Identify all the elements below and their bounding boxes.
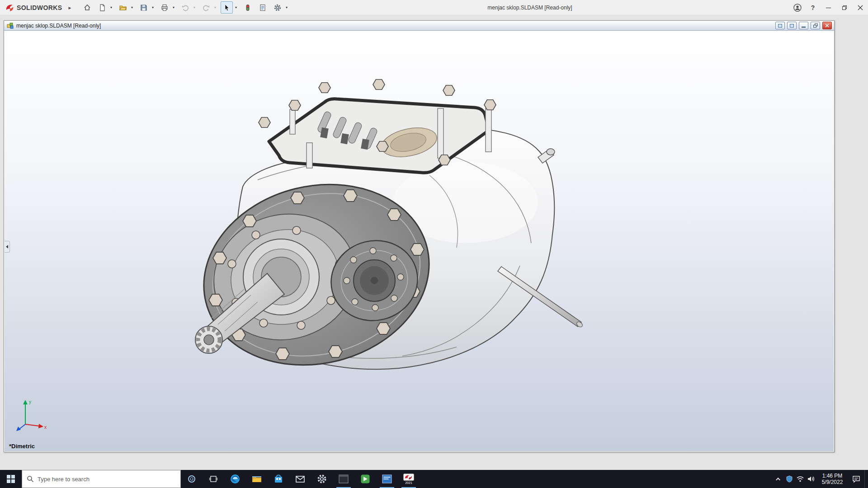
tray-security[interactable]	[784, 470, 795, 488]
show-desktop-button[interactable]	[864, 470, 868, 488]
taskbar-clock[interactable]: 1:46 PM 5/9/2022	[816, 470, 848, 488]
tray-expand-button[interactable]	[773, 470, 784, 488]
help-icon: ?	[811, 4, 815, 11]
doc-window-button-1[interactable]	[775, 22, 785, 29]
taskbar-item-file-explorer[interactable]	[246, 470, 268, 488]
undo-button[interactable]	[179, 1, 191, 14]
doc-close-button[interactable]	[822, 22, 832, 29]
new-document-dropdown[interactable]: ▾	[108, 5, 114, 9]
doc-window-button-2[interactable]	[787, 22, 797, 29]
taskbar: 2021	[0, 470, 868, 488]
home-button[interactable]	[81, 1, 93, 14]
document-titlebar[interactable]: menjac sklop.SLDASM [Read-only]	[4, 21, 834, 31]
redo-dropdown[interactable]: ▾	[212, 5, 218, 9]
new-document-button[interactable]	[96, 1, 108, 14]
close-icon	[858, 5, 863, 10]
minimize-icon	[802, 27, 806, 28]
options-button[interactable]	[271, 1, 283, 14]
window-icon	[790, 24, 794, 28]
taskbar-item-mail[interactable]	[289, 470, 311, 488]
solidworks-version-badge: 2021	[405, 481, 412, 484]
file-properties-icon	[259, 4, 267, 12]
search-icon	[27, 475, 34, 483]
tray-volume[interactable]	[806, 470, 816, 488]
redo-button[interactable]	[200, 1, 212, 14]
select-cursor-icon	[223, 4, 231, 12]
taskbar-item-store[interactable]	[268, 470, 289, 488]
view-orientation-label: *Dimetric	[9, 443, 35, 450]
cortana-icon	[187, 474, 196, 483]
app-restore-button[interactable]	[836, 0, 852, 15]
print-button[interactable]	[158, 1, 170, 14]
solidworks-brand: SOLIDWORKS	[0, 3, 62, 13]
app-titlebar: SOLIDWORKS ▸ ▾	[0, 0, 868, 15]
select-tool-dropdown[interactable]: ▾	[233, 5, 239, 9]
redo-icon	[202, 4, 210, 12]
minimize-icon	[826, 8, 831, 8]
restore-icon	[813, 23, 818, 28]
new-document-icon	[98, 4, 106, 12]
app-minimize-button[interactable]	[821, 0, 836, 15]
file-explorer-icon	[251, 474, 262, 484]
file-properties-button[interactable]	[256, 1, 269, 14]
account-icon	[793, 3, 802, 12]
gearbox-assembly-model	[5, 31, 834, 451]
screen: SOLIDWORKS ▸ ▾	[0, 0, 868, 488]
volume-icon	[807, 475, 815, 483]
home-icon	[83, 4, 91, 12]
panel-collapse-tab[interactable]	[5, 241, 10, 253]
titlebar-right-controls: ?	[790, 0, 868, 15]
rebuild-button[interactable]	[241, 1, 254, 14]
restore-icon	[842, 5, 847, 10]
solidworks-logo-icon	[5, 3, 14, 13]
print-dropdown[interactable]: ▾	[170, 5, 176, 9]
open-dropdown[interactable]: ▾	[129, 5, 135, 9]
taskbar-item-solidworks[interactable]: 2021	[398, 470, 420, 488]
save-button[interactable]	[137, 1, 150, 14]
close-icon	[825, 23, 829, 28]
edge-icon	[230, 474, 241, 484]
taskbar-search-input[interactable]	[38, 476, 169, 483]
triad-y-label: y	[29, 399, 31, 404]
taskbar-item-window[interactable]	[376, 470, 398, 488]
quick-access-toolbar: ▾ ▾ ▾	[81, 1, 289, 14]
doc-restore-button[interactable]	[811, 22, 820, 29]
app-close-button[interactable]	[852, 0, 868, 15]
app-title: menjac sklop.SLDASM [Read-only]	[487, 0, 572, 15]
assembly-document-icon	[7, 22, 14, 29]
help-button[interactable]: ?	[805, 0, 821, 15]
store-icon	[273, 474, 284, 484]
select-tool-button[interactable]	[221, 1, 233, 14]
start-button[interactable]	[0, 470, 22, 488]
model-viewport[interactable]: y x *Dimetric	[5, 31, 834, 451]
workspace: menjac sklop.SLDASM [Read-only]	[0, 16, 868, 470]
account-button[interactable]	[790, 0, 805, 15]
taskbar-item-terminal[interactable]	[333, 470, 354, 488]
mail-icon	[295, 474, 306, 484]
taskbar-item-edrawings[interactable]	[354, 470, 376, 488]
taskbar-search[interactable]	[22, 470, 181, 488]
window-icon	[778, 24, 782, 28]
orientation-triad: y x	[15, 396, 51, 432]
save-dropdown[interactable]: ▾	[150, 5, 156, 9]
save-icon	[140, 4, 148, 12]
open-folder-icon	[119, 4, 127, 12]
open-button[interactable]	[117, 1, 129, 14]
options-gear-icon	[274, 4, 282, 12]
doc-minimize-button[interactable]	[799, 22, 808, 29]
chevron-up-icon	[776, 477, 780, 482]
document-window: menjac sklop.SLDASM [Read-only]	[4, 20, 835, 452]
chevron-left-icon	[6, 245, 8, 249]
cortana-button[interactable]	[181, 470, 203, 488]
undo-dropdown[interactable]: ▾	[191, 5, 197, 9]
task-view-button[interactable]	[203, 470, 224, 488]
terminal-window-icon	[338, 474, 349, 484]
tray-network[interactable]	[795, 470, 806, 488]
taskbar-item-edge[interactable]	[224, 470, 246, 488]
options-dropdown[interactable]: ▾	[283, 5, 289, 9]
rebuild-icon	[244, 4, 252, 12]
settings-gear-icon	[316, 474, 327, 484]
taskbar-item-settings[interactable]	[311, 470, 333, 488]
toolbar-expand-chevron[interactable]: ▸	[68, 5, 71, 11]
action-center-button[interactable]	[848, 470, 864, 488]
